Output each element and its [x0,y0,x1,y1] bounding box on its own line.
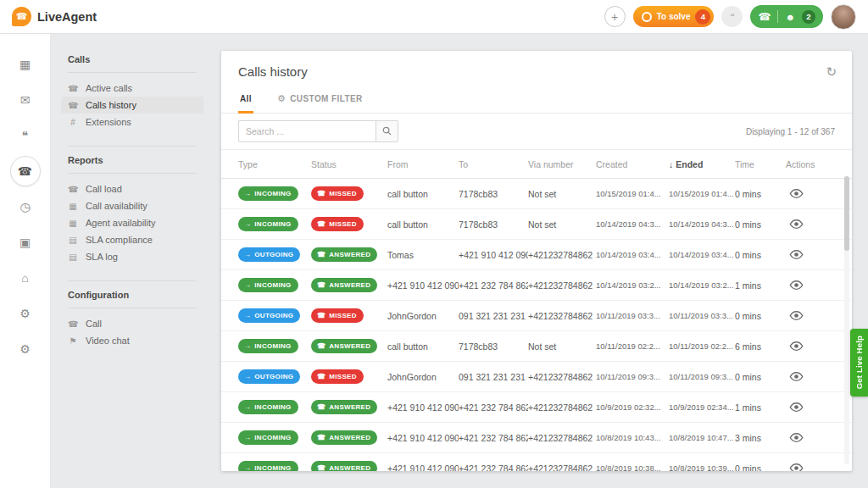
sidebar-item-call[interactable]: ☎Call [61,315,203,332]
cell-actions [786,462,835,471]
sidebar-item-video-chat[interactable]: ⚑Video chat [61,332,203,349]
sidebar-item-call-availability[interactable]: ▦Call availability [61,197,203,214]
table-row[interactable]: →INCOMING☎ANSWERED+421 910 412 090+421 2… [221,423,852,453]
sidebar-item-sla-log[interactable]: ▤SLA log [61,248,203,265]
refresh-icon[interactable]: ↻ [826,64,837,80]
column-header-time[interactable]: Time [735,159,786,169]
view-call-button[interactable] [786,309,807,322]
table-row[interactable]: →INCOMING☎ANSWERED+421 910 412 090+421 2… [221,453,852,471]
cell-actions [786,248,835,261]
cell-to: 091 321 231 231 [459,372,528,382]
history-icon[interactable]: ◷ [10,191,41,222]
column-header-type[interactable]: Type [238,159,311,169]
mail-icon[interactable]: ✉ [10,85,41,115]
view-call-button[interactable] [786,248,807,261]
status-badge-label: ANSWERED [329,464,370,471]
view-call-button[interactable] [786,462,807,471]
logo[interactable]: ☎ LiveAgent [12,7,97,26]
status-badge-label: ANSWERED [329,342,370,350]
status-badge: ☎ANSWERED [311,278,377,292]
cell-ended: 10/8/2019 10:47... [669,433,735,442]
get-live-help-button[interactable]: Get Live Help [850,329,868,396]
building-icon[interactable]: ⌂ [10,263,41,293]
status-badge: ☎MISSED [311,308,364,323]
arrow-right-icon: → [244,464,251,471]
column-header-created[interactable]: Created [596,159,669,169]
cell-type: →INCOMING [238,400,311,414]
type-badge-label: INCOMING [254,220,291,228]
cell-time: 1 mins [735,402,786,413]
column-label: Status [311,159,337,169]
tab-all[interactable]: All [238,89,253,114]
cell-to: 091 321 231 231 [459,311,528,321]
view-call-button[interactable] [786,401,807,413]
type-badge-label: INCOMING [254,464,291,471]
sidebar-item-agent-availability[interactable]: ▦Agent availability [61,214,203,231]
cell-from: JohnGordon [387,311,459,321]
chat-icon[interactable]: ❝ [10,120,41,151]
sidebar-item-calls-history[interactable]: ☎Calls history [61,97,203,114]
sidebar-item-label: SLA log [86,252,118,262]
calls-status-button[interactable]: ☎ ☻ 2 [750,5,823,28]
tab-custom-filter[interactable]: ⚙ CUSTOM FILTER [275,89,364,114]
table-row[interactable]: →INCOMING☎MISSEDcall button7178cb83Not s… [221,179,852,209]
column-header-from[interactable]: From [387,159,459,169]
view-call-button[interactable] [786,370,807,383]
phone-icon: ☎ [317,434,326,441]
config-icon[interactable]: ⚙ [10,334,41,364]
table-row[interactable]: →OUTGOING☎MISSEDJohnGordon091 321 231 23… [221,301,852,331]
phone-icon: ☎ [317,190,326,197]
view-call-button[interactable] [786,340,807,352]
table-row[interactable]: →INCOMING☎ANSWERED+421 910 412 090+421 2… [221,270,852,301]
search-button[interactable] [376,120,398,142]
avatar[interactable] [831,4,856,30]
cell-time: 0 mins [735,189,786,199]
table-header: TypeStatusFromToVia numberCreated↓EndedT… [221,150,852,179]
add-button[interactable]: + [604,6,626,27]
cell-status: ☎ANSWERED [311,339,387,353]
table-row[interactable]: →OUTGOING☎MISSEDJohnGordon091 321 231 23… [221,362,852,392]
scrollbar-thumb[interactable] [844,176,849,251]
table-row[interactable]: →INCOMING☎ANSWEREDcall button7178cb83Not… [221,331,852,362]
table-scrollbar[interactable] [844,176,849,464]
table-row[interactable]: →INCOMING☎MISSEDcall button7178cb83Not s… [221,209,852,240]
table-row[interactable]: →INCOMING☎ANSWERED+421 910 412 090+421 2… [221,392,852,423]
arrow-right-icon: → [244,373,251,380]
search-input[interactable] [238,120,376,142]
column-header-via-number[interactable]: Via number [528,159,596,169]
cell-to: +421 232 784 862 [459,463,528,472]
cell-type: →INCOMING [238,339,311,353]
type-badge: →OUTGOING [238,247,300,262]
sidebar-item-call-load[interactable]: ☎Call load [61,180,203,197]
column-header-actions[interactable]: Actions [786,159,835,169]
status-badge: ☎MISSED [311,186,364,201]
plus-icon: + [611,10,618,24]
cell-actions [786,218,835,230]
to-solve-button[interactable]: To solve 4 [633,6,715,27]
chats-button[interactable]: ❝ [721,6,743,27]
column-header-status[interactable]: Status [311,159,387,169]
table-row[interactable]: →OUTGOING☎ANSWEREDTomas+421 910 412 090+… [221,240,852,270]
search-icon [382,125,392,138]
column-header-to[interactable]: To [459,159,528,169]
settings-icon[interactable]: ⚙ [10,298,41,329]
eye-icon [789,189,804,198]
view-call-button[interactable] [786,187,807,200]
page-title: Calls history [238,64,835,79]
calls-icon[interactable]: ☎ [10,156,41,186]
sidebar-item-active-calls[interactable]: ☎Active calls [61,80,203,97]
devices-icon[interactable]: ▣ [10,227,41,258]
cell-status: ☎ANSWERED [311,461,387,471]
cell-from: +421 910 412 090 [387,402,459,413]
view-call-button[interactable] [786,279,807,291]
sidebar-item-sla-compliance[interactable]: ▤SLA compliance [61,231,203,248]
dashboard-icon[interactable]: ▦ [10,49,41,80]
sidebar-item-extensions[interactable]: #Extensions [61,114,203,130]
type-badge-label: OUTGOING [254,312,293,319]
column-header-ended[interactable]: ↓Ended [669,159,735,169]
sidebar-section-title: Reports [68,147,197,174]
type-badge-label: INCOMING [254,281,291,289]
cell-time: 6 mins [735,341,786,352]
view-call-button[interactable] [786,218,807,230]
view-call-button[interactable] [786,431,807,444]
